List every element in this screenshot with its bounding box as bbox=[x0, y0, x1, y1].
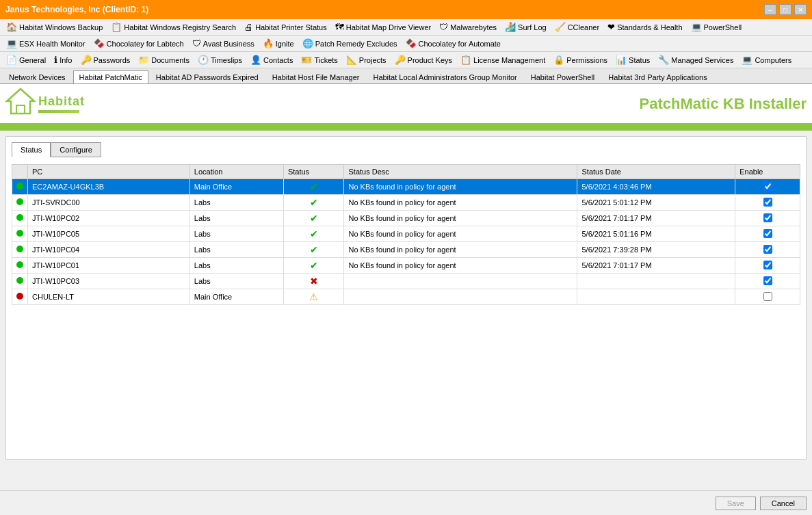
toolbar-btn[interactable]: 🏄Surf Log bbox=[501, 21, 550, 34]
tab-item[interactable]: Habitat Host File Manager bbox=[266, 70, 366, 83]
toolbar-btn[interactable]: ❤Standards & Health bbox=[604, 21, 685, 34]
enable-cell[interactable] bbox=[735, 211, 800, 226]
table-row[interactable]: CHULEN-LT Main Office ⚠ bbox=[12, 289, 800, 305]
toolbar-btn[interactable]: 💻PowerShell bbox=[687, 21, 746, 34]
toolbar-label: Tickets bbox=[314, 56, 337, 64]
tab-item[interactable]: Habitat Local Administrators Group Monit… bbox=[367, 70, 523, 83]
enable-checkbox[interactable] bbox=[763, 276, 772, 285]
toolbar-btn[interactable]: 📊Status bbox=[612, 53, 653, 66]
enable-checkbox[interactable] bbox=[763, 292, 772, 301]
logo-text: Habitat bbox=[38, 94, 85, 109]
maximize-button[interactable]: □ bbox=[779, 4, 791, 15]
title-bar: Janus Technologies, Inc (ClientID: 1) – … bbox=[0, 0, 812, 19]
dot-cell bbox=[12, 226, 28, 242]
enable-cell[interactable] bbox=[735, 258, 800, 274]
table-row[interactable]: JTI-W10PC03 Labs ✖ bbox=[12, 274, 800, 289]
minimize-button[interactable]: – bbox=[764, 4, 776, 15]
toolbar-icon: 🌐 bbox=[302, 38, 313, 49]
enable-cell[interactable] bbox=[735, 274, 800, 289]
enable-checkbox[interactable] bbox=[763, 213, 772, 222]
enable-cell[interactable] bbox=[735, 195, 800, 211]
enable-checkbox[interactable] bbox=[763, 245, 772, 254]
location-cell: Main Office bbox=[189, 179, 283, 195]
enable-cell[interactable] bbox=[735, 179, 800, 195]
toolbar-label: General bbox=[19, 56, 46, 64]
table-header-row: PC Location Status Status Desc Status Da… bbox=[12, 165, 800, 179]
close-button[interactable]: ✕ bbox=[794, 4, 807, 15]
table-row[interactable]: JTI-W10PC05 Labs ✔ No KBs found in polic… bbox=[12, 226, 800, 242]
enable-checkbox[interactable] bbox=[763, 182, 772, 191]
toolbar-btn[interactable]: 📋License Management bbox=[457, 53, 549, 66]
green-nav-bar bbox=[0, 125, 812, 131]
table-row[interactable]: JTI-W10PC01 Labs ✔ No KBs found in polic… bbox=[12, 258, 800, 274]
status-dot bbox=[16, 293, 23, 300]
enable-checkbox[interactable] bbox=[763, 229, 772, 238]
tab-item[interactable]: Network Devices bbox=[3, 70, 72, 83]
toolbar-icon: 💻 bbox=[6, 38, 17, 49]
toolbar-btn[interactable]: 🔒Permissions bbox=[550, 53, 611, 66]
table-row[interactable]: JTI-W10PC02 Labs ✔ No KBs found in polic… bbox=[12, 211, 800, 226]
pc-cell: EC2AMAZ-U4GKL3B bbox=[28, 179, 190, 195]
tab-label: Network Devices bbox=[9, 73, 66, 81]
warning-icon: ⚠ bbox=[309, 291, 318, 302]
table-row[interactable]: JTI-W10PC04 Labs ✔ No KBs found in polic… bbox=[12, 242, 800, 258]
toolbar-btn[interactable]: 👤Contacts bbox=[247, 53, 296, 66]
toolbar-btn[interactable]: ℹInfo bbox=[51, 53, 75, 66]
toolbar-btn[interactable]: 🛡Avast Business bbox=[189, 37, 258, 50]
tab-item[interactable]: Habitat AD Passwords Expired bbox=[150, 70, 265, 83]
status-tab[interactable]: Status bbox=[12, 142, 51, 157]
toolbar-icon: 🔥 bbox=[263, 38, 274, 49]
toolbar-btn[interactable]: 🔧Managed Services bbox=[655, 53, 737, 66]
toolbar-btn[interactable]: 📋Habitat Windows Registry Search bbox=[107, 21, 239, 34]
toolbar-btn[interactable]: 🖨Habitat Printer Status bbox=[241, 21, 330, 34]
col-enable: Enable bbox=[735, 165, 800, 179]
toolbar-btn[interactable]: 🕐Timeslips bbox=[194, 53, 246, 66]
status-desc-cell: No KBs found in policy for agent bbox=[344, 179, 577, 195]
toolbar-btn[interactable]: 🍫Chocolatey for Labtech bbox=[90, 37, 187, 50]
toolbar-icon: ℹ bbox=[54, 55, 57, 65]
toolbar-btn[interactable]: 🍫Chocolatey for Automate bbox=[402, 37, 504, 50]
tab-item[interactable]: Habitat PowerShell bbox=[525, 70, 601, 83]
cancel-button[interactable]: Cancel bbox=[760, 497, 807, 510]
toolbar-icon: 💻 bbox=[691, 22, 702, 32]
enable-checkbox[interactable] bbox=[763, 261, 772, 269]
status-desc-cell: No KBs found in policy for agent bbox=[344, 195, 577, 211]
status-tab[interactable]: Configure bbox=[51, 142, 101, 157]
toolbar-btn[interactable]: 🧹CCleaner bbox=[551, 21, 603, 34]
svg-rect-1 bbox=[16, 105, 25, 114]
toolbar-btn[interactable]: 🛡Malwarebytes bbox=[436, 21, 500, 34]
enable-checkbox[interactable] bbox=[763, 198, 772, 207]
table-row[interactable]: JTI-SVRDC00 Labs ✔ No KBs found in polic… bbox=[12, 195, 800, 211]
toolbar-label: CCleaner bbox=[568, 23, 599, 31]
window-controls[interactable]: – □ ✕ bbox=[764, 4, 807, 15]
toolbar-btn[interactable]: 💻Computers bbox=[738, 53, 795, 66]
status-date-cell: 5/6/2021 7:39:28 PM bbox=[577, 242, 735, 258]
enable-cell[interactable] bbox=[735, 226, 800, 242]
toolbar-label: Patch Remedy Excludes bbox=[315, 40, 397, 48]
toolbar-btn[interactable]: 🗺Habitat Map Drive Viewer bbox=[332, 21, 435, 34]
toolbar-btn[interactable]: 🎫Tickets bbox=[298, 53, 341, 66]
tab-item[interactable]: Habitat PatchMatic bbox=[73, 70, 148, 84]
location-cell: Labs bbox=[189, 274, 283, 289]
status-dot bbox=[16, 198, 23, 205]
toolbar-btn[interactable]: 🔑Passwords bbox=[77, 53, 134, 66]
table-row[interactable]: EC2AMAZ-U4GKL3B Main Office ✔ No KBs fou… bbox=[12, 179, 800, 195]
toolbar-btn[interactable]: 🏠Habitat Windows Backup bbox=[3, 21, 106, 34]
toolbar-btn[interactable]: 🔥Ignite bbox=[259, 37, 298, 50]
enable-cell[interactable] bbox=[735, 289, 800, 305]
save-button[interactable]: Save bbox=[716, 497, 756, 510]
location-cell: Labs bbox=[189, 242, 283, 258]
toolbar-row-2: 💻ESX Health Monitor🍫Chocolatey for Labte… bbox=[0, 36, 812, 52]
enable-cell[interactable] bbox=[735, 242, 800, 258]
toolbar-btn[interactable]: 💻ESX Health Monitor bbox=[3, 37, 89, 50]
tab-item[interactable]: Habitat 3rd Party Applications bbox=[602, 70, 713, 83]
toolbar-btn[interactable]: 📐Projects bbox=[343, 53, 390, 66]
toolbar-btn[interactable]: 🔑Product Keys bbox=[391, 53, 456, 66]
toolbar-label: Computers bbox=[755, 56, 791, 64]
toolbar-btn[interactable]: 🌐Patch Remedy Excludes bbox=[299, 37, 401, 50]
status-date-cell: 5/6/2021 4:03:46 PM bbox=[577, 179, 735, 195]
toolbar-btn[interactable]: 📄General bbox=[3, 53, 49, 66]
dot-cell bbox=[12, 195, 28, 211]
toolbar-btn[interactable]: 📁Documents bbox=[135, 53, 193, 66]
pc-cell: JTI-W10PC04 bbox=[28, 242, 190, 258]
